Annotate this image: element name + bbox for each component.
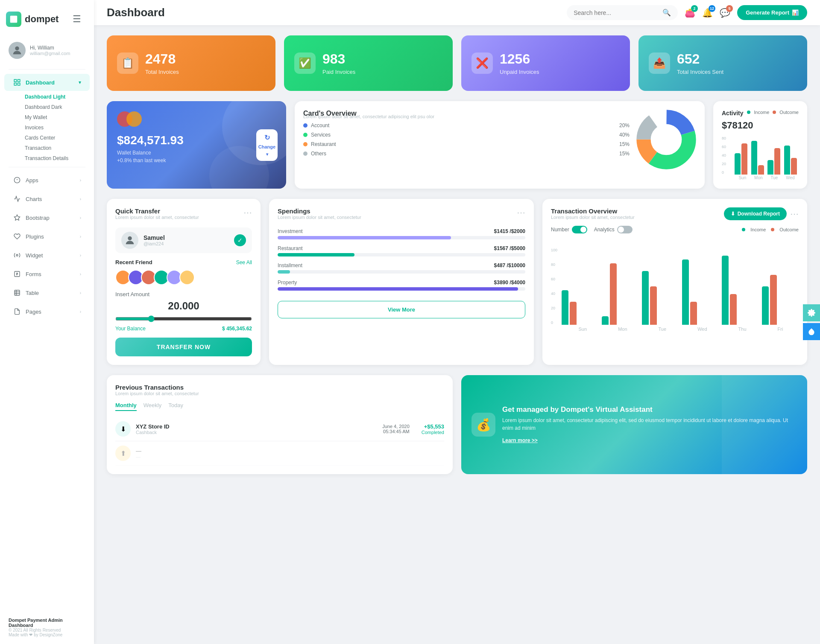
- bar-group-fri: [762, 275, 799, 325]
- y-100: 100: [551, 248, 557, 252]
- forms-label: Forms: [26, 271, 76, 277]
- bar-group-wed: [682, 259, 719, 325]
- transfer-now-button[interactable]: TRANSFER NOW: [115, 338, 252, 356]
- svg-point-17: [128, 236, 132, 240]
- sun-outcome-bar: [741, 143, 747, 175]
- charts-label: Charts: [26, 196, 76, 202]
- y-axis: 100 80 60 40 20 0: [551, 248, 559, 325]
- transaction-overview-menu-icon[interactable]: ⋯: [790, 209, 799, 219]
- friend-avatar-6[interactable]: [179, 270, 195, 285]
- spending-property: Property $3890 /$4000: [278, 280, 525, 291]
- download-report-button[interactable]: ⬇ Download Report: [724, 207, 787, 220]
- chat-icon-badge[interactable]: 💬 5: [720, 8, 730, 18]
- sidebar-item-widget[interactable]: Widget ›: [4, 247, 90, 264]
- number-toggle-group: Number: [551, 226, 587, 233]
- amount-display: 20.000: [115, 300, 252, 312]
- investment-amount: $1415 /$2000: [494, 228, 525, 234]
- view-more-button[interactable]: View More: [278, 301, 525, 318]
- number-toggle[interactable]: [572, 226, 587, 233]
- transaction-name: XYZ Store ID: [136, 423, 377, 430]
- qt-person-card: Samuel @iam224 ✓: [115, 227, 252, 253]
- property-label: Property: [278, 280, 297, 286]
- sidebar-subitem-dashboard-dark[interactable]: Dashboard Dark: [20, 102, 94, 112]
- sidebar-item-dashboard[interactable]: Dashboard ▾: [4, 74, 90, 91]
- search-input[interactable]: [574, 9, 659, 16]
- services-dot: [303, 133, 308, 137]
- y-20: 20: [551, 306, 557, 310]
- x-thu: Thu: [738, 326, 747, 332]
- cards-overview-legend: Account 20% Services 40% Restaurant: [303, 122, 630, 157]
- wed-outcome: [690, 302, 697, 325]
- activity-bar-labels: Sun Mon Tue Wed: [722, 175, 799, 180]
- sidebar: dompet ☰ Hi, William william@gmail.com D…: [0, 0, 94, 644]
- number-label: Number: [551, 227, 569, 233]
- installment-amount: $487 /$10000: [494, 262, 525, 268]
- hamburger-icon[interactable]: ☰: [73, 6, 88, 32]
- x-mon: Mon: [618, 326, 627, 332]
- tab-today[interactable]: Today: [168, 402, 183, 411]
- svg-rect-4: [18, 83, 20, 85]
- sidebar-subitem-transaction[interactable]: Transaction: [20, 143, 94, 153]
- fri-outcome: [770, 275, 777, 325]
- sidebar-item-table[interactable]: Table ›: [4, 284, 90, 301]
- sidebar-item-charts[interactable]: Charts ›: [4, 190, 90, 207]
- bar-group-mon: [751, 141, 766, 175]
- main-content: Dashboard 🔍 👛 2 🔔 12 💬 5 Generate Report…: [94, 0, 820, 644]
- sidebar-item-apps[interactable]: Apps ›: [4, 172, 90, 189]
- restaurant-label: Restaurant: [311, 141, 336, 147]
- friend-avatars: [115, 270, 252, 285]
- sidebar-subitem-dashboard-light[interactable]: Dashboard Light: [20, 92, 94, 102]
- sun-income-bar: [735, 153, 741, 175]
- transaction-legend: Income Outcome: [742, 227, 799, 232]
- tab-monthly[interactable]: Monthly: [115, 402, 137, 411]
- tab-weekly[interactable]: Weekly: [144, 402, 161, 411]
- y-80: 80: [551, 262, 557, 267]
- restaurant-pct: 15%: [619, 141, 630, 147]
- settings-button[interactable]: [803, 304, 820, 321]
- logo-text: dompet: [25, 14, 59, 25]
- charts-arrow-icon: ›: [80, 197, 81, 201]
- va-learn-more-link[interactable]: Learn more >>: [502, 437, 538, 443]
- user-email: william@gmail.com: [30, 51, 70, 56]
- wed-income: [682, 259, 689, 325]
- bootstrap-arrow-icon: ›: [80, 216, 81, 220]
- sidebar-subitem-invoices[interactable]: Invoices: [20, 122, 94, 133]
- svg-rect-3: [14, 83, 16, 85]
- dashboard-label: Dashboard: [26, 79, 74, 86]
- svg-rect-2: [18, 79, 20, 82]
- activity-bar-chart: 80 60 40 20 0: [722, 136, 799, 175]
- sidebar-subitem-transaction-details[interactable]: Transaction Details: [20, 153, 94, 163]
- qt-person-name: Samuel: [144, 234, 229, 241]
- sidebar-subitem-cards-center[interactable]: Cards Center: [20, 133, 94, 143]
- tue-outcome: [650, 286, 657, 325]
- amount-slider[interactable]: [115, 315, 252, 322]
- restaurant-dot: [303, 142, 308, 146]
- paid-invoices-number: 983: [322, 51, 355, 67]
- spendings-menu-icon[interactable]: ⋯: [517, 207, 525, 218]
- qt-person-handle: @iam224: [144, 241, 229, 246]
- wallet-icon-badge[interactable]: 👛 2: [685, 8, 695, 18]
- spending-investment: Investment $1415 /$2000: [278, 228, 525, 239]
- transaction-type: Cashback: [136, 430, 377, 435]
- sidebar-item-plugins[interactable]: Plugins ›: [4, 228, 90, 245]
- sidebar-item-bootstrap[interactable]: Bootstrap ›: [4, 209, 90, 226]
- wallet-label: Wallet Balance: [117, 150, 276, 156]
- chart-icon: 📊: [792, 9, 799, 16]
- mon-outcome: [610, 263, 617, 325]
- prev-transactions-title: Previous Transactions: [115, 384, 199, 391]
- sidebar-subitem-my-wallet[interactable]: My Wallet: [20, 112, 94, 122]
- sidebar-item-pages[interactable]: Pages ›: [4, 303, 90, 320]
- sidebar-item-forms[interactable]: Forms ›: [4, 265, 90, 283]
- bell-icon-badge[interactable]: 🔔 12: [702, 8, 713, 18]
- analytics-toggle[interactable]: [617, 226, 633, 233]
- wallet-card: $824,571.93 Wallet Balance +0.8% than la…: [107, 101, 286, 189]
- water-drop-button[interactable]: [803, 323, 820, 340]
- see-all-link[interactable]: See All: [236, 259, 252, 265]
- qt-check-icon: ✓: [234, 234, 246, 246]
- y-40: 40: [551, 291, 557, 296]
- header-icons: 👛 2 🔔 12 💬 5 Generate Report 📊: [685, 5, 807, 20]
- generate-report-button[interactable]: Generate Report 📊: [737, 5, 807, 20]
- transaction-overview-title: Transaction Overview: [551, 207, 635, 215]
- wallet-change-button[interactable]: ↻ Change ▾: [256, 129, 278, 161]
- quick-transfer-menu-icon[interactable]: ⋯: [243, 207, 252, 218]
